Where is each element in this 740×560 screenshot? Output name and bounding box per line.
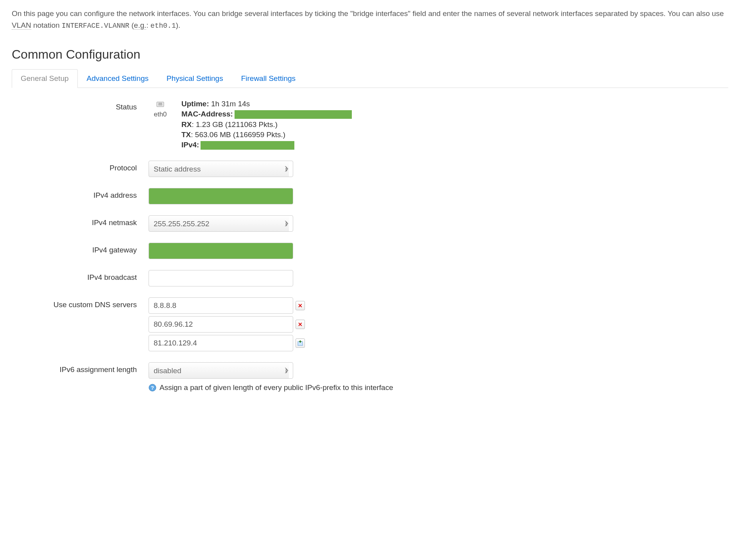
ipv4-address-input[interactable] — [149, 188, 293, 204]
code-notation: INTERFACE.VLANNR — [62, 22, 129, 30]
tab-general-setup[interactable]: General Setup — [12, 69, 78, 88]
dns-label: Use custom DNS servers — [12, 297, 149, 309]
tab-advanced-settings[interactable]: Advanced Settings — [78, 69, 158, 88]
svg-rect-1 — [158, 104, 162, 106]
protocol-select[interactable]: Static address — [149, 161, 293, 177]
ethernet-port-icon — [156, 100, 165, 109]
remove-dns-button[interactable]: ✕ — [296, 301, 305, 310]
add-icon — [297, 340, 303, 346]
dns-input-1[interactable] — [149, 297, 293, 314]
dns-input-2[interactable] — [149, 316, 293, 333]
tab-firewall-settings[interactable]: Firewall Settings — [232, 69, 305, 88]
svg-rect-2 — [159, 103, 159, 104]
svg-rect-3 — [160, 103, 161, 104]
svg-rect-4 — [161, 103, 162, 104]
status-label: Status — [12, 100, 149, 111]
svg-text:?: ? — [151, 385, 154, 391]
status-mac: MAC-Address: — [181, 110, 352, 119]
status-ipv4: IPv4: — [181, 141, 352, 150]
add-dns-button[interactable] — [296, 338, 305, 348]
redacted-ipv4 — [201, 141, 294, 150]
vlan-abbr: VLAN — [12, 21, 31, 30]
intro-text: On this page you can configure the netwo… — [12, 8, 728, 32]
ipv4-gateway-input[interactable] — [149, 243, 293, 259]
ipv4-netmask-select[interactable]: 255.255.255.252 — [149, 215, 293, 232]
section-title: Common Configuration — [12, 47, 728, 62]
code-example: eth0.1 — [151, 22, 176, 30]
status-tx: TX: 563.06 MB (1166959 Pkts.) — [181, 131, 352, 139]
dns-input-3[interactable] — [149, 335, 293, 351]
close-icon: ✕ — [298, 321, 303, 327]
ipv4-broadcast-input[interactable] — [149, 270, 293, 286]
tabs: General Setup Advanced Settings Physical… — [12, 69, 728, 88]
remove-dns-button[interactable]: ✕ — [296, 320, 305, 329]
status-uptime: Uptime: 1h 31m 14s — [181, 100, 352, 108]
ipv6-assign-select[interactable]: disabled — [149, 362, 293, 379]
redacted-mac — [235, 110, 352, 119]
eg-abbr: e.g. — [134, 21, 147, 30]
tab-physical-settings[interactable]: Physical Settings — [158, 69, 232, 88]
status-rx: RX: 1.23 GB (1211063 Pkts.) — [181, 120, 352, 129]
ipv6-assign-label: IPv6 assignment length — [12, 362, 149, 374]
ipv4-broadcast-label: IPv4 broadcast — [12, 270, 149, 282]
ipv4-netmask-label: IPv4 netmask — [12, 215, 149, 227]
protocol-label: Protocol — [12, 161, 149, 172]
ipv4-gateway-label: IPv4 gateway — [12, 243, 149, 254]
interface-name: eth0 — [154, 111, 167, 118]
ipv4-address-label: IPv4 address — [12, 188, 149, 200]
help-icon: ? — [149, 384, 156, 392]
close-icon: ✕ — [298, 302, 303, 309]
ipv6-assign-help-text: Assign a part of given length of every p… — [159, 383, 393, 392]
